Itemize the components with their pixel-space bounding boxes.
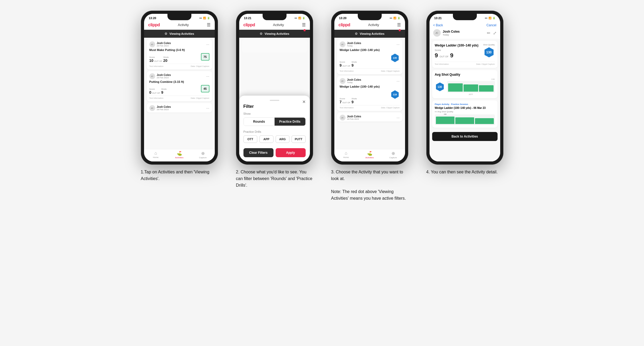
activity-card-1-2[interactable]: JC Josh Coles 28 Feb 2023 ··· Putting Co… bbox=[147, 71, 212, 101]
activity-card-3-2[interactable]: JC Josh Coles Today ··· Wedge Ladder (10… bbox=[337, 76, 402, 111]
chart-container-4: 130 APP bbox=[447, 78, 495, 96]
shots-col-3-1: Shots 9 bbox=[351, 61, 357, 67]
nav-capture-1[interactable]: ⊕ Capture bbox=[191, 151, 215, 159]
activities-icon-1: ⛳ bbox=[177, 151, 182, 156]
home-icon-3: ⌂ bbox=[345, 151, 347, 156]
card-dots-3-2[interactable]: ··· bbox=[397, 79, 400, 83]
detail-user-row-4: JC Josh Coles Today ✏ ⤢ bbox=[433, 29, 496, 37]
phone-screen-2: 13:21 ▪▪▪ 📶 🔋 clippd Activity ☰ ⚙ Vi bbox=[239, 14, 310, 161]
detail-header-4: < Back Cancel JC Josh Coles Today ✏ ⤢ bbox=[430, 21, 500, 39]
nav-activities-1[interactable]: ⛳ Activities bbox=[167, 151, 191, 159]
score-value-1-2: 0 bbox=[149, 90, 151, 95]
card-dots-3-1[interactable]: ··· bbox=[397, 42, 400, 46]
nav-home-label-1: Home bbox=[153, 156, 158, 159]
expand-icon-4[interactable]: ⤢ bbox=[493, 31, 496, 36]
toggle-rounds-2[interactable]: Rounds bbox=[244, 118, 275, 126]
menu-icon-3[interactable]: ☰ bbox=[397, 22, 401, 27]
footer-right-1-2: Data: Clippd Capture bbox=[191, 97, 209, 99]
avg-sq-row-4: 130 130 APP bbox=[435, 78, 495, 96]
avatar-3-2: JC bbox=[340, 78, 346, 84]
nav-activities-label-3: Activities bbox=[365, 156, 374, 159]
red-dot-2 bbox=[304, 29, 306, 31]
score-label-1-1: Score bbox=[149, 56, 162, 58]
card-dots-3-3[interactable]: ··· bbox=[397, 116, 400, 120]
outof-3-2: OUT OF bbox=[342, 101, 350, 104]
activity-card-1-1[interactable]: JC Josh Coles 28 Feb 2023 ··· Must Make … bbox=[147, 39, 212, 70]
drill-putt-2[interactable]: PUTT bbox=[292, 135, 306, 143]
app-header-title-2: Activity bbox=[273, 23, 284, 27]
back-activities-btn-4[interactable]: Back to Activities bbox=[432, 132, 498, 141]
phone-notch-1 bbox=[167, 14, 191, 20]
nav-activities-3[interactable]: ⛳ Activities bbox=[358, 151, 381, 159]
detail-icons-4: ✏ ⤢ bbox=[487, 31, 496, 36]
modal-actions-2: Clear Filters Apply bbox=[243, 148, 306, 157]
viewing-bar-text-1: Viewing Activities bbox=[170, 32, 194, 35]
session-chart-4: 132 bbox=[435, 114, 495, 125]
practice-session-card-4: Player Activity · Practice Session Wedge… bbox=[432, 100, 498, 128]
modal-handle-2 bbox=[270, 100, 279, 101]
filter-modal-2: ✕ Filter Show Rounds Practice Drills Pra… bbox=[239, 96, 310, 161]
drill-row-2: OTT APP ARG PUTT bbox=[243, 135, 306, 143]
wifi-icon-4: 📶 bbox=[489, 17, 491, 19]
toggle-practice-2[interactable]: Practice Drills bbox=[275, 118, 305, 126]
card-dots-1-3[interactable]: ··· bbox=[206, 106, 209, 110]
detail-score-val-4: 9 bbox=[435, 52, 438, 59]
filter-icon-1: ⚙ bbox=[165, 32, 167, 36]
shots-label-3-1: Shots bbox=[351, 61, 357, 63]
battery-icon-2: 🔋 bbox=[302, 17, 305, 19]
phone-shell-2: 13:21 ▪▪▪ 📶 🔋 clippd Activity ☰ ⚙ Vi bbox=[236, 11, 313, 165]
drill-arg-2[interactable]: ARG bbox=[276, 135, 290, 143]
bg-card-2 bbox=[239, 38, 310, 56]
bg-card-item-2 bbox=[242, 39, 307, 53]
viewing-bar-2[interactable]: ⚙ Viewing Activities bbox=[239, 30, 310, 38]
card-dots-1-1[interactable]: ··· bbox=[206, 42, 209, 46]
cancel-button-4[interactable]: Cancel bbox=[486, 23, 496, 27]
player-activity-label-4: Player Activity · Practice Session bbox=[435, 103, 495, 105]
shots-col-1-2: Shots 9 bbox=[161, 88, 166, 95]
card-stats-3-1: Score 9 OUT OF Shots 9 bbox=[340, 53, 400, 67]
nav-home-1[interactable]: ⌂ Home bbox=[144, 151, 168, 159]
battery-icon-3: 🔋 bbox=[397, 17, 400, 19]
footer-right-3-1: Data: Clippd Capture bbox=[381, 70, 399, 72]
drill-app-2[interactable]: APP bbox=[259, 135, 273, 143]
footer-right-3-2: Data: Clippd Capture bbox=[381, 106, 399, 109]
phone-screen-1: 13:20 ▪▪▪ 📶 🔋 clippd Activity ☰ ⚙ Vi bbox=[144, 14, 215, 161]
wifi-icon: 📶 bbox=[203, 17, 206, 19]
modal-close-2[interactable]: ✕ bbox=[302, 99, 306, 104]
user-date-1-1: 28 Feb 2023 bbox=[157, 45, 206, 47]
shots-col-3-2: Shots 9 bbox=[351, 97, 357, 104]
apply-btn-2[interactable]: Apply bbox=[276, 148, 306, 157]
footer-left-3-2: Test Information bbox=[340, 106, 354, 109]
score-label-1-2: Score bbox=[149, 88, 160, 90]
clear-filters-btn-2[interactable]: Clear Filters bbox=[243, 148, 273, 157]
shots-label-1-1: Shots bbox=[163, 56, 169, 58]
app-logo-2: clippd bbox=[243, 23, 255, 27]
menu-icon-2[interactable]: ☰ bbox=[302, 22, 306, 27]
nav-home-3[interactable]: ⌂ Home bbox=[334, 151, 358, 159]
shot-quality-val-1-1: 75 bbox=[203, 55, 207, 58]
detail-score-row-4: 9 OUT OF 9 bbox=[435, 52, 479, 59]
nav-capture-3[interactable]: ⊕ Capture bbox=[381, 151, 405, 159]
practice-session-label-4: Practice Session bbox=[451, 103, 468, 105]
avg-hex-text-4: 130 bbox=[437, 86, 442, 88]
activity-card-3-1[interactable]: JC Josh Coles Today ··· Wedge Ladder (10… bbox=[337, 39, 402, 74]
viewing-bar-1[interactable]: ⚙ Viewing Activities bbox=[144, 30, 215, 38]
menu-icon-1[interactable]: ☰ bbox=[207, 22, 211, 27]
card-dots-1-2[interactable]: ··· bbox=[206, 74, 209, 78]
avatar-3-3: JC bbox=[340, 115, 346, 121]
avatar-1-3: JC bbox=[149, 105, 155, 111]
score-col-1-1: Score 10 OUT OF bbox=[149, 56, 162, 63]
edit-icon-4[interactable]: ✏ bbox=[487, 31, 490, 36]
chart-top-val-4: 130 bbox=[447, 78, 495, 80]
nav-activities-label-1: Activities bbox=[175, 156, 184, 159]
phone-column-4: 13:21 ▪▪▪ 📶 🔋 < Back Cancel JC bbox=[421, 11, 509, 176]
user-info-1-1: Josh Coles 28 Feb 2023 bbox=[157, 42, 206, 47]
detail-content-4: Wedge Ladder (100–140 yds) Score 9 OUT O… bbox=[430, 39, 500, 161]
red-dot-3 bbox=[399, 29, 401, 31]
shot-quality-1-2: 45 bbox=[201, 85, 209, 92]
drill-ott-2[interactable]: OTT bbox=[243, 135, 258, 143]
session-title-4: Wedge Ladder (100–140 yds) - 06 Mar 23 bbox=[435, 106, 495, 109]
caption-1: 1.Tap on Activities and then 'Viewing Ac… bbox=[141, 169, 218, 182]
viewing-bar-3[interactable]: ⚙ Viewing Activities bbox=[334, 30, 405, 38]
back-button-4[interactable]: < Back bbox=[433, 23, 443, 27]
